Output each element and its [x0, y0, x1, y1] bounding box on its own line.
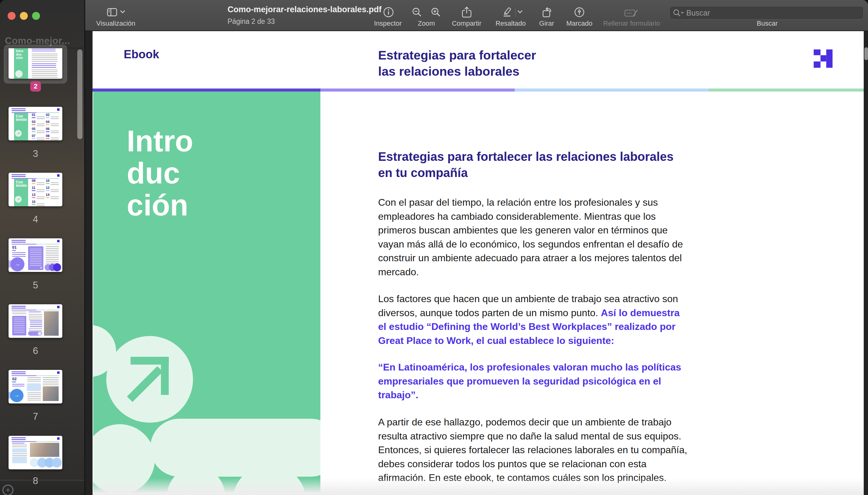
document-title: Como-mejorar-relaciones-laborales.pdf: [228, 5, 382, 14]
divider-segment-purple: [93, 88, 320, 91]
search-input[interactable]: [686, 7, 858, 19]
divider-segment-green: [708, 88, 864, 91]
thumbnail-page-2[interactable]: Intro duc ción: [9, 48, 62, 79]
mini-photo: [44, 311, 59, 336]
page-status: Página 2 de 33: [228, 17, 275, 25]
markup-button[interactable]: Marcado: [555, 19, 604, 28]
button-divider: [515, 8, 516, 17]
page-number-label: 3: [9, 148, 62, 159]
main-scrollbar-thumb[interactable]: [864, 47, 868, 60]
divider-segment-lilac: [320, 88, 515, 91]
mini-toc-panel: Con tenido↗: [14, 113, 28, 140]
preview-window: Como-mejor... Intro duc ciónCon tenido↗0…: [0, 0, 868, 495]
mini-photo: [30, 443, 59, 457]
toolbar: Visualización Como-mejorar-relaciones-la…: [85, 0, 868, 31]
close-button[interactable]: [7, 12, 16, 20]
thumb-mini-header: [9, 370, 62, 376]
divider-segment-blue: [515, 88, 708, 91]
search-field[interactable]: [669, 6, 864, 19]
thumbnail-page-3[interactable]: Con tenido↗0102030405060708: [9, 107, 62, 140]
share-button[interactable]: Compartir: [442, 19, 491, 28]
mini-photo: [43, 386, 59, 401]
markup-icon[interactable]: [574, 7, 585, 18]
inspector-icon[interactable]: [383, 7, 394, 18]
highlight-chevron-icon[interactable]: [517, 10, 522, 13]
content-left-gutter: [85, 31, 93, 495]
thumbnail-page-7[interactable]: 02→: [9, 370, 62, 404]
thumbnail-page-6[interactable]: [9, 304, 62, 338]
thumbnail-page-5[interactable]: 01→: [9, 238, 62, 272]
intro-panel-title: Intro duc ción: [127, 125, 193, 221]
share-icon[interactable]: [461, 6, 472, 18]
section-heading: Estrategias para fortalecer las relacion…: [378, 149, 673, 181]
page-header-title: Estrategias para fortalecer las relacion…: [378, 47, 536, 80]
rotate-icon[interactable]: [541, 7, 553, 18]
thumb-mini-header: [9, 304, 62, 310]
view-button[interactable]: Visualización: [91, 19, 140, 28]
page-number-label: 5: [9, 280, 62, 291]
thumb-mini-header: [9, 107, 62, 113]
paragraph-4: A partir de ese hallazgo, podemos decir …: [378, 415, 760, 485]
sidebar-scrollbar-thumb[interactable]: [77, 49, 82, 139]
mini-quote-panel: [28, 246, 44, 270]
mini-pill: [28, 331, 42, 336]
page-number-label: 4: [9, 214, 62, 225]
fill-form-icon: [624, 8, 638, 18]
mini-quote-panel: [12, 316, 26, 336]
sidebar-view-icon[interactable]: [106, 7, 118, 18]
current-page-badge: 2: [30, 81, 41, 91]
fill-form-button: Rellenar formulario: [601, 19, 662, 28]
mini-toc-panel: Con tenido↗: [14, 179, 28, 206]
paragraph-1: Con el pasar del tiempo, la relación ent…: [378, 195, 760, 279]
thumb-mini-header: [9, 436, 62, 442]
search-label: Buscar: [743, 19, 792, 28]
thumb-mini-header: [9, 238, 62, 244]
page-bottom-fade: [93, 478, 864, 495]
intro-panel: Intro duc ción: [93, 91, 320, 495]
zoom-in-icon[interactable]: [431, 7, 441, 17]
arrow-up-right-icon: [106, 336, 193, 423]
zoom-out-icon[interactable]: [412, 7, 422, 17]
mini-highlight-box: [27, 383, 41, 391]
mini-highlight-box: [12, 448, 27, 453]
content-right-gutter: [864, 31, 868, 495]
decor-pill: [150, 419, 320, 477]
mini-intro-panel: Intro duc ción: [14, 48, 28, 79]
company-logo-icon: [814, 49, 833, 68]
page-number-label: 7: [9, 411, 62, 422]
minimize-button[interactable]: [20, 12, 28, 20]
brand-label: Ebook: [124, 48, 159, 61]
zoom-window-button[interactable]: [32, 12, 40, 20]
page-number-label: 6: [9, 345, 62, 356]
chevron-down-icon[interactable]: [120, 10, 125, 13]
pdf-page: Ebook Estrategias para fortalecer las re…: [93, 31, 864, 495]
thumbnail-sidebar: Como-mejor... Intro duc ciónCon tenido↗0…: [0, 0, 84, 495]
thumb-mini-header: [9, 173, 62, 179]
thumbnail-page-4[interactable]: Con tenido↗09101112131415: [9, 173, 62, 206]
mini-highlight-box: [12, 457, 27, 463]
highlight-pen-icon[interactable]: [501, 6, 513, 17]
quote-paragraph: “En Latinoamérica, los profesionales val…: [378, 360, 760, 402]
thumbnail-page-8[interactable]: [9, 436, 62, 470]
paragraph-2: Los factores que hacen que un ambiente d…: [378, 292, 760, 347]
page-number-label: 8: [9, 476, 62, 487]
search-icon: [673, 9, 685, 17]
